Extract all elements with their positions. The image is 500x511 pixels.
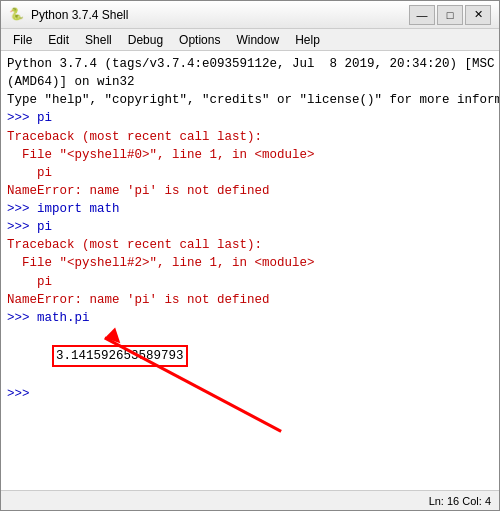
window-title: Python 3.7.4 Shell	[31, 8, 128, 22]
shell-line-2: (AMD64)] on win32	[7, 73, 493, 91]
shell-line-13: pi	[7, 273, 493, 291]
close-button[interactable]: ✕	[465, 5, 491, 25]
title-bar-left: 🐍 Python 3.7.4 Shell	[9, 7, 128, 23]
menu-options[interactable]: Options	[171, 31, 228, 49]
menu-edit[interactable]: Edit	[40, 31, 77, 49]
shell-line-7: pi	[7, 164, 493, 182]
shell-line-3: Type "help", "copyright", "credits" or "…	[7, 91, 493, 109]
title-buttons: — □ ✕	[409, 5, 491, 25]
menu-debug[interactable]: Debug	[120, 31, 171, 49]
shell-line-12: File "<pyshell#2>", line 1, in <module>	[7, 254, 493, 272]
shell-line-11: Traceback (most recent call last):	[7, 236, 493, 254]
shell-content[interactable]: Python 3.7.4 (tags/v3.7.4:e09359112e, Ju…	[1, 51, 499, 490]
shell-line-17: >>>	[7, 385, 493, 403]
shell-line-9: >>> import math	[7, 200, 493, 218]
window-icon: 🐍	[9, 7, 25, 23]
result-highlight: 3.141592653589793	[52, 345, 188, 367]
maximize-button[interactable]: □	[437, 5, 463, 25]
menu-window[interactable]: Window	[228, 31, 287, 49]
shell-line-4: >>> pi	[7, 109, 493, 127]
menu-help[interactable]: Help	[287, 31, 328, 49]
minimize-button[interactable]: —	[409, 5, 435, 25]
shell-line-6: File "<pyshell#0>", line 1, in <module>	[7, 146, 493, 164]
shell-line-10: >>> pi	[7, 218, 493, 236]
shell-line-1: Python 3.7.4 (tags/v3.7.4:e09359112e, Ju…	[7, 55, 493, 73]
shell-line-5: Traceback (most recent call last):	[7, 128, 493, 146]
shell-line-15: >>> math.pi	[7, 309, 493, 327]
menu-bar: File Edit Shell Debug Options Window Hel…	[1, 29, 499, 51]
status-text: Ln: 16 Col: 4	[429, 495, 491, 507]
menu-shell[interactable]: Shell	[77, 31, 120, 49]
shell-line-14: NameError: name 'pi' is not defined	[7, 291, 493, 309]
shell-line-16: 3.141592653589793	[7, 327, 493, 385]
main-window: 🐍 Python 3.7.4 Shell — □ ✕ File Edit She…	[0, 0, 500, 511]
title-bar: 🐍 Python 3.7.4 Shell — □ ✕	[1, 1, 499, 29]
menu-file[interactable]: File	[5, 31, 40, 49]
status-bar: Ln: 16 Col: 4	[1, 490, 499, 510]
shell-line-8: NameError: name 'pi' is not defined	[7, 182, 493, 200]
